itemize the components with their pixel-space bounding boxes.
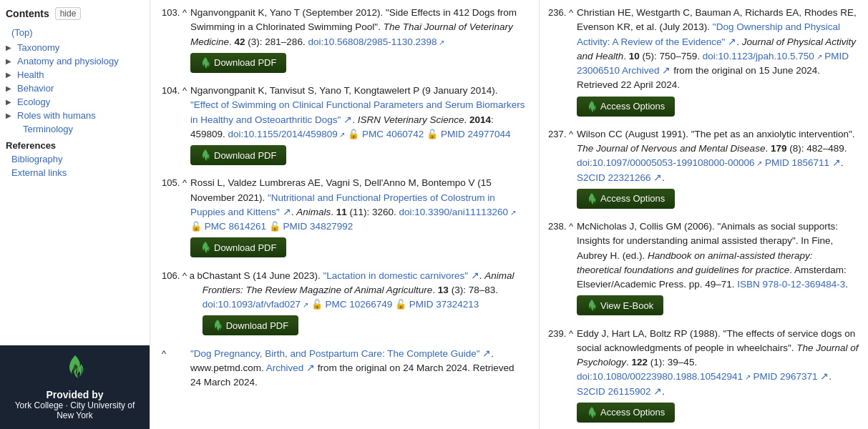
ref-entry-237: 237. ^ Wilson CC (August 1991). "The pet… (548, 127, 859, 209)
access-btn-236[interactable]: Access Options (577, 97, 675, 117)
main-references: 103. ^ Nganvongpanit K, Yano T (Septembe… (150, 0, 539, 429)
sidebar-link-bibliography[interactable]: Bibliography (6, 152, 144, 166)
ref-num-237: 237. ^ (548, 127, 577, 142)
ref-num-238: 238. ^ (548, 220, 577, 234)
pmc-link-106[interactable]: PMC 10266749 (325, 299, 392, 310)
open-access-icon: 🔓 (190, 221, 202, 232)
view-ebook-btn-238[interactable]: View E-Book (577, 295, 663, 315)
access-btn-239[interactable]: Access Options (577, 403, 675, 423)
provider-institution: York College · City University of New Yo… (15, 400, 135, 420)
chevron-right-icon: ▶ (6, 84, 14, 92)
open-access-icon: 🔓 (311, 299, 323, 310)
doi-link-237[interactable]: doi:10.1097/00005053-199108000-00006 (577, 157, 762, 168)
ref-num-106: 106. ^ a b (162, 269, 203, 283)
pmid-link-237[interactable]: PMID 1856711 ↗ (765, 157, 841, 168)
archived-link-dp[interactable]: Archived ↗ (266, 363, 315, 373)
ref-entry-104: 104. ^ Nganvongpanit K, Tanvisut S, Yano… (162, 84, 527, 166)
doi-link-103[interactable]: doi:10.56808/2985-1130.2398 (308, 36, 444, 47)
article-link-106[interactable]: "Lactation in domestic carnivores" ↗ (323, 270, 479, 281)
ref-body-106: Chastant S (14 June 2023). "Lactation in… (203, 269, 527, 337)
open-access-icon-2: 🔓 (269, 221, 281, 232)
open-access-icon-2: 🔓 (395, 299, 406, 310)
access-btn-237[interactable]: Access Options (577, 189, 675, 209)
doi-link-239[interactable]: doi:10.1080/00223980.1988.10542941 (577, 371, 751, 382)
archived-link-236[interactable]: Archived ↗ (622, 65, 670, 76)
pmid-link-106[interactable]: PMID 37324213 (409, 299, 479, 310)
sidebar-link-roles[interactable]: Roles with humans (17, 110, 96, 121)
ref-body-238: McNicholas J, Collis GM (2006). "Animals… (577, 220, 859, 317)
sidebar-item-health[interactable]: ▶ Health (6, 68, 144, 82)
pmc-link-105[interactable]: PMC 8614261 (205, 221, 266, 232)
contents-title: Contents (6, 8, 49, 19)
ref-entry-103: 103. ^ Nganvongpanit K, Yano T (Septembe… (162, 6, 527, 74)
sidebar-link-ecology[interactable]: Ecology (17, 97, 50, 107)
sidebar-references-header: References (6, 137, 144, 152)
pmid-link-105[interactable]: PMID 34827992 (283, 221, 353, 232)
ref-body-239: Eddy J, Hart LA, Boltz RP (1988). "The e… (577, 327, 859, 424)
ref-entry-dog-pregnancy: ^ "Dog Pregnancy, Birth, and Postpartum … (162, 347, 527, 390)
sidebar-link-anatomy[interactable]: Anatomy and physiology (17, 56, 119, 66)
s2cid-link-239[interactable]: S2CID 26115902 ↗ (577, 386, 662, 397)
chevron-right-icon: ▶ (6, 57, 14, 65)
sidebar-link-behavior[interactable]: Behavior (17, 83, 54, 94)
ref-body-104: Nganvongpanit K, Tanvisut S, Yano T, Kon… (190, 84, 527, 166)
hide-button[interactable]: hide (55, 7, 82, 20)
flame-icon (6, 354, 144, 386)
sidebar-item-ecology[interactable]: ▶ Ecology (6, 95, 144, 109)
chevron-right-icon: ▶ (6, 112, 14, 119)
open-access-icon: 🔓 (348, 129, 359, 139)
sidebar-item-behavior[interactable]: ▶ Behavior (6, 82, 144, 95)
doi-link-106[interactable]: doi:10.1093/af/vfad027 (203, 299, 308, 310)
doi-link-105[interactable]: doi:10.3390/ani11113260 (399, 207, 516, 217)
open-access-icon-2: 🔓 (426, 129, 438, 139)
ref-entry-105: 105. ^ Rossi L, Valdez Lumbreras AE, Vag… (162, 176, 527, 258)
download-btn-103[interactable]: Download PDF (190, 53, 286, 73)
chevron-right-icon: ▶ (6, 98, 14, 106)
download-btn-106[interactable]: Download PDF (203, 315, 298, 335)
ref-body-103: Nganvongpanit K, Yano T (September 2012)… (190, 6, 527, 74)
sidebar-link-taxonomy[interactable]: Taxonomy (17, 42, 59, 53)
pmc-link-104[interactable]: PMC 4060742 (362, 129, 424, 139)
pmid-link-239[interactable]: PMID 2967371 ↗ (754, 371, 829, 382)
provider-provided-by: Provided by (46, 389, 103, 400)
ref-anchor-103: 103. ^ (162, 7, 187, 18)
ref-entry-236: 236. ^ Christian HE, Westgarth C, Bauman… (548, 6, 859, 117)
ref-entry-106: 106. ^ a b Chastant S (14 June 2023). "L… (162, 269, 527, 337)
ref-entry-238: 238. ^ McNicholas J, Collis GM (2006). "… (548, 220, 859, 317)
chevron-right-icon: ▶ (6, 71, 14, 79)
download-btn-105[interactable]: Download PDF (190, 237, 286, 257)
article-link-dp[interactable]: "Dog Pregnancy, Birth, and Postpartum Ca… (190, 348, 491, 359)
pmid-link-104[interactable]: PMID 24977044 (441, 129, 511, 139)
sidebar-item-top[interactable]: (Top) (6, 26, 144, 39)
doi-link-104[interactable]: doi:10.1155/2014/459809 (228, 129, 346, 139)
s2cid-link-237[interactable]: S2CID 22321266 ↗ (577, 172, 662, 183)
ref-num-104: 104. ^ (162, 84, 190, 98)
right-references: 236. ^ Christian HE, Westgarth C, Bauman… (539, 0, 868, 429)
ref-entry-239: 239. ^ Eddy J, Hart LA, Boltz RP (1988).… (548, 327, 859, 424)
sidebar-item-taxonomy[interactable]: ▶ Taxonomy (6, 41, 144, 54)
ref-num-dp: ^ (162, 347, 190, 361)
sidebar-item-roles[interactable]: ▶ Roles with humans (6, 109, 144, 122)
ref-body-dp: "Dog Pregnancy, Birth, and Postpartum Ca… (190, 347, 527, 390)
sidebar: Contents hide (Top) ▶ Taxonomy ▶ Anatomy… (0, 0, 150, 429)
ref-body-237: Wilson CC (August 1991). "The pet as an … (577, 127, 859, 209)
sidebar-link-external-links[interactable]: External links (6, 166, 144, 179)
sidebar-item-anatomy[interactable]: ▶ Anatomy and physiology (6, 54, 144, 68)
provider-banner: Provided by York College · City Universi… (0, 345, 150, 429)
ref-num-105: 105. ^ (162, 176, 190, 190)
doi-link-236[interactable]: doi:10.1123/jpah.10.5.750 (703, 51, 822, 61)
ref-num-103: 103. ^ (162, 6, 190, 20)
download-btn-104[interactable]: Download PDF (190, 145, 286, 165)
ref-body-236: Christian HE, Westgarth C, Bauman A, Ric… (577, 6, 859, 117)
isbn-link-238[interactable]: ISBN 978-0-12-369484-3 (737, 279, 845, 290)
ref-body-105: Rossi L, Valdez Lumbreras AE, Vagni S, D… (190, 176, 527, 258)
chevron-right-icon: ▶ (6, 44, 14, 51)
sidebar-link-terminology[interactable]: Terminology (6, 122, 144, 136)
ref-num-236: 236. ^ (548, 6, 577, 20)
ref-num-239: 239. ^ (548, 327, 577, 341)
sidebar-link-health[interactable]: Health (17, 69, 44, 80)
